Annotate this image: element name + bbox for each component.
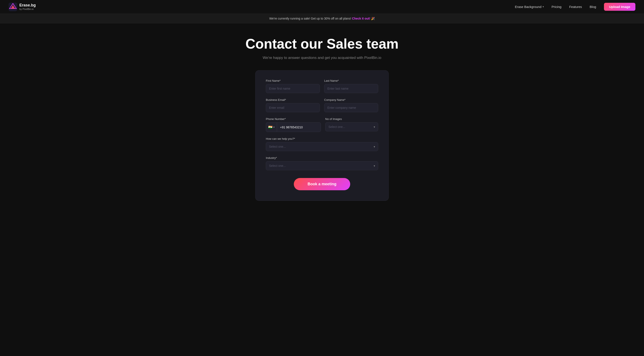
phone-country-selector[interactable]: 🇮🇳 ▾ xyxy=(266,123,277,132)
nav-blog[interactable]: Blog xyxy=(590,5,596,8)
industry-select[interactable]: Select one... E-Commerce Photography Des… xyxy=(266,161,378,170)
help-select[interactable]: Select one... General Inquiry Enterprise… xyxy=(266,142,378,151)
no-images-select-wrapper: Select one... 1–100 101–1,000 1,001–10,0… xyxy=(325,122,378,131)
page-title: Contact our Sales team xyxy=(245,36,398,51)
submit-wrapper: Book a meeting xyxy=(266,178,378,190)
logo-text: Erase.bg by PixelBin.io xyxy=(19,3,36,10)
banner-emoji: 🎉 xyxy=(371,17,375,20)
company-label: Company Name* xyxy=(324,98,378,101)
first-name-group: First Name* xyxy=(266,79,320,93)
company-input[interactable] xyxy=(324,103,378,112)
check-link[interactable]: Check it out! xyxy=(352,17,371,20)
phone-label: Phone Number* xyxy=(266,117,321,121)
email-company-row: Business Email* Company Name* xyxy=(266,98,378,112)
nav-erase-background[interactable]: Erase Background ▾ xyxy=(515,5,544,8)
no-images-select[interactable]: Select one... 1–100 101–1,000 1,001–10,0… xyxy=(325,122,378,131)
first-name-label: First Name* xyxy=(266,79,320,82)
first-name-input[interactable] xyxy=(266,84,320,93)
country-chevron-icon: ▾ xyxy=(273,126,275,129)
logo-icon xyxy=(8,2,17,11)
help-label: How can we help you?* xyxy=(266,137,378,140)
chevron-down-icon: ▾ xyxy=(542,5,544,8)
flag-icon: 🇮🇳 xyxy=(268,125,272,129)
email-input[interactable] xyxy=(266,103,320,112)
industry-select-wrapper: Select one... E-Commerce Photography Des… xyxy=(266,161,378,170)
logo[interactable]: Erase.bg by PixelBin.io xyxy=(8,2,36,11)
name-row: First Name* Last Name* xyxy=(266,79,378,93)
email-label: Business Email* xyxy=(266,98,320,101)
contact-form-card: First Name* Last Name* Business Email* C… xyxy=(255,70,389,201)
phone-group: Phone Number* 🇮🇳 ▾ xyxy=(266,117,321,132)
help-row: How can we help you?* Select one... Gene… xyxy=(266,137,378,151)
page-subtitle: We're happy to answer questions and get … xyxy=(262,56,381,60)
sale-banner: We're currently running a sale! Get up t… xyxy=(0,14,644,23)
phone-images-row: Phone Number* 🇮🇳 ▾ No of Images Select o… xyxy=(266,117,378,132)
logo-subtitle: by PixelBin.io xyxy=(19,8,36,10)
book-meeting-button[interactable]: Book a meeting xyxy=(294,178,350,190)
help-select-wrapper: Select one... General Inquiry Enterprise… xyxy=(266,142,378,151)
industry-group: Industry* Select one... E-Commerce Photo… xyxy=(266,156,378,170)
email-group: Business Email* xyxy=(266,98,320,112)
help-group: How can we help you?* Select one... Gene… xyxy=(266,137,378,151)
industry-row: Industry* Select one... E-Commerce Photo… xyxy=(266,156,378,170)
nav-links: Erase Background ▾ Pricing Features Blog… xyxy=(515,3,636,11)
no-images-label: No of Images xyxy=(325,117,378,121)
main-content: Contact our Sales team We're happy to an… xyxy=(0,23,644,218)
phone-number-input[interactable] xyxy=(277,123,321,132)
upload-image-button[interactable]: Upload Image xyxy=(604,3,636,11)
no-images-group: No of Images Select one... 1–100 101–1,0… xyxy=(325,117,378,132)
last-name-label: Last Name* xyxy=(324,79,378,82)
nav-features[interactable]: Features xyxy=(569,5,582,8)
logo-title: Erase.bg xyxy=(19,3,36,8)
phone-input-wrapper: 🇮🇳 ▾ xyxy=(266,122,321,132)
banner-text: We're currently running a sale! Get up t… xyxy=(269,17,352,20)
nav-pricing[interactable]: Pricing xyxy=(552,5,562,8)
last-name-input[interactable] xyxy=(324,84,378,93)
company-group: Company Name* xyxy=(324,98,378,112)
last-name-group: Last Name* xyxy=(324,79,378,93)
navbar: Erase.bg by PixelBin.io Erase Background… xyxy=(0,0,644,14)
industry-label: Industry* xyxy=(266,156,378,160)
